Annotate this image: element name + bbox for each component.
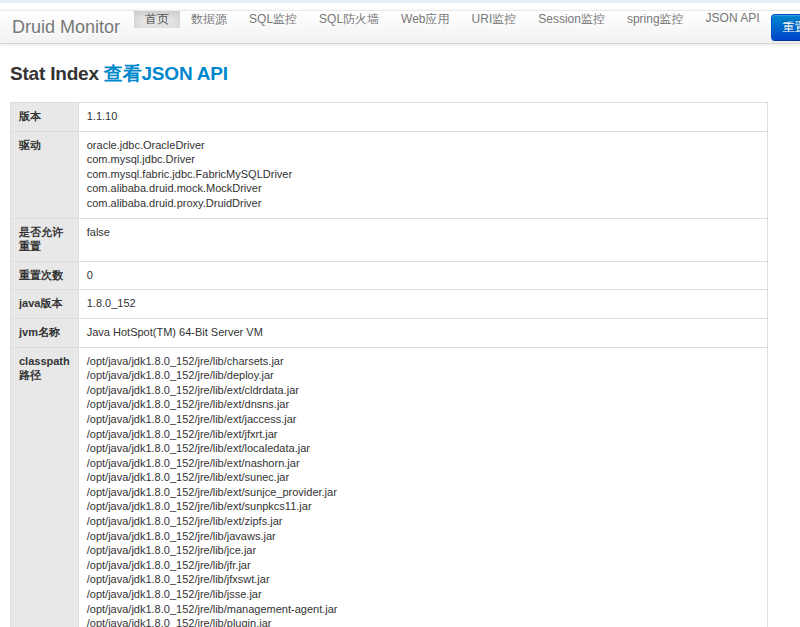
stat-index-table: 版本 1.1.10 驱动 oracle.jdbc.OracleDriver co…	[10, 102, 768, 627]
stat-value-line: oracle.jdbc.OracleDriver	[87, 138, 759, 153]
navbar: Druid Monitor 首页 数据源 SQL监控 SQL防火墙 Web应用 …	[0, 10, 800, 44]
stat-value-line: Java HotSpot(TM) 64-Bit Server VM	[87, 325, 759, 340]
stat-value-line: 0	[87, 268, 759, 283]
stat-value-line: /opt/java/jdk1.8.0_152/jre/lib/ext/sunjc…	[87, 485, 759, 500]
stat-value-line: com.mysql.jdbc.Driver	[87, 152, 759, 167]
navbar-buttons: 重置 记录日志并重置	[771, 11, 800, 43]
nav-item-sql-monitor[interactable]: SQL监控	[238, 11, 308, 28]
reset-button[interactable]: 重置	[771, 14, 800, 41]
stat-value-line: /opt/java/jdk1.8.0_152/jre/lib/charsets.…	[87, 354, 759, 369]
main-nav: 首页 数据源 SQL监控 SQL防火墙 Web应用 URI监控 Session监…	[134, 11, 771, 43]
nav-item-spring-monitor[interactable]: spring监控	[616, 11, 695, 28]
stat-label: 重置次数	[11, 261, 79, 290]
stat-value-line: /opt/java/jdk1.8.0_152/jre/lib/javaws.ja…	[87, 529, 759, 544]
table-row-version: 版本 1.1.10	[11, 103, 768, 132]
navbar-inner: Druid Monitor 首页 数据源 SQL监控 SQL防火墙 Web应用 …	[0, 10, 800, 44]
stat-value: 1.1.10	[78, 103, 767, 132]
stat-value-line: /opt/java/jdk1.8.0_152/jre/lib/ext/dnsns…	[87, 397, 759, 412]
nav-item-session-monitor[interactable]: Session监控	[527, 11, 616, 28]
stat-label: jvm名称	[11, 318, 79, 347]
stat-value-line: /opt/java/jdk1.8.0_152/jre/lib/managemen…	[87, 602, 759, 617]
stat-value-line: /opt/java/jdk1.8.0_152/jre/lib/ext/cldrd…	[87, 383, 759, 398]
stat-value-line: /opt/java/jdk1.8.0_152/jre/lib/ext/local…	[87, 441, 759, 456]
stat-value-line: 1.8.0_152	[87, 296, 759, 311]
stat-value-line: com.mysql.fabric.jdbc.FabricMySQLDriver	[87, 167, 759, 182]
stat-value-line: /opt/java/jdk1.8.0_152/jre/lib/jsse.jar	[87, 587, 759, 602]
stat-value: Java HotSpot(TM) 64-Bit Server VM	[78, 318, 767, 347]
stat-value-line: false	[87, 225, 759, 240]
stat-value-line: /opt/java/jdk1.8.0_152/jre/lib/plugin.ja…	[87, 616, 759, 627]
stat-value: oracle.jdbc.OracleDriver com.mysql.jdbc.…	[78, 131, 767, 218]
nav-item-datasource[interactable]: 数据源	[180, 11, 238, 28]
table-row-reset-count: 重置次数 0	[11, 261, 768, 290]
stat-value-line: /opt/java/jdk1.8.0_152/jre/lib/ext/jfxrt…	[87, 427, 759, 442]
stat-value-line: 1.1.10	[87, 109, 759, 124]
table-row-reset-enable: 是否允许重置 false	[11, 218, 768, 261]
stat-value-line: /opt/java/jdk1.8.0_152/jre/lib/jfxswt.ja…	[87, 572, 759, 587]
nav-item-uri-monitor[interactable]: URI监控	[461, 11, 528, 28]
table-row-jvm-name: jvm名称 Java HotSpot(TM) 64-Bit Server VM	[11, 318, 768, 347]
page-title: Stat Index 查看JSON API	[10, 61, 790, 87]
stat-value-line: com.alibaba.druid.mock.MockDriver	[87, 181, 759, 196]
view-json-api-link[interactable]: 查看JSON API	[104, 63, 228, 84]
stat-label: 是否允许重置	[11, 218, 79, 261]
stat-value-line: com.alibaba.druid.proxy.DruidDriver	[87, 196, 759, 211]
brand-druid-monitor[interactable]: Druid Monitor	[0, 11, 134, 43]
top-strip	[0, 0, 800, 3]
table-row-drivers: 驱动 oracle.jdbc.OracleDriver com.mysql.jd…	[11, 131, 768, 218]
stat-label: 版本	[11, 103, 79, 132]
table-row-classpath: classpath路径 /opt/java/jdk1.8.0_152/jre/l…	[11, 347, 768, 627]
nav-item-home[interactable]: 首页	[134, 11, 180, 28]
stat-value-line: /opt/java/jdk1.8.0_152/jre/lib/ext/sunpk…	[87, 499, 759, 514]
nav-item-json-api[interactable]: JSON API	[695, 11, 771, 25]
stat-value-line: /opt/java/jdk1.8.0_152/jre/lib/jce.jar	[87, 543, 759, 558]
table-row-java-version: java版本 1.8.0_152	[11, 290, 768, 319]
stat-value-line: /opt/java/jdk1.8.0_152/jre/lib/deploy.ja…	[87, 368, 759, 383]
stat-value: 0	[78, 261, 767, 290]
stat-value-line: /opt/java/jdk1.8.0_152/jre/lib/ext/jacce…	[87, 412, 759, 427]
nav-item-sql-firewall[interactable]: SQL防火墙	[308, 11, 390, 28]
nav-item-web-app[interactable]: Web应用	[390, 11, 460, 28]
stat-value: 1.8.0_152	[78, 290, 767, 319]
stat-value: false	[78, 218, 767, 261]
content: Stat Index 查看JSON API 版本 1.1.10 驱动 oracl…	[0, 61, 800, 627]
page-title-text: Stat Index	[10, 63, 104, 84]
stat-value: /opt/java/jdk1.8.0_152/jre/lib/charsets.…	[78, 347, 767, 627]
stat-label: 驱动	[11, 131, 79, 218]
stat-value-line: /opt/java/jdk1.8.0_152/jre/lib/ext/nasho…	[87, 456, 759, 471]
stat-label: java版本	[11, 290, 79, 319]
stat-value-line: /opt/java/jdk1.8.0_152/jre/lib/ext/sunec…	[87, 470, 759, 485]
stat-value-line: /opt/java/jdk1.8.0_152/jre/lib/ext/zipfs…	[87, 514, 759, 529]
stat-label: classpath路径	[11, 347, 79, 627]
stat-value-line: /opt/java/jdk1.8.0_152/jre/lib/jfr.jar	[87, 558, 759, 573]
